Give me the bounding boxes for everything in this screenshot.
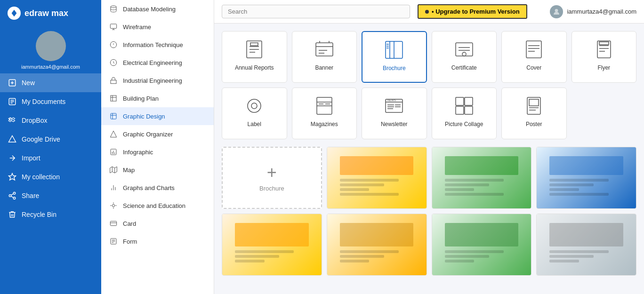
brochure-template-6[interactable] bbox=[432, 214, 532, 276]
dropbox-icon bbox=[8, 116, 17, 125]
template-card-annual-reports[interactable]: Annual Reports bbox=[222, 31, 287, 83]
brochure-template-2[interactable] bbox=[432, 147, 532, 209]
newsletter-icon: NEWS bbox=[383, 95, 405, 117]
brochure-thumbnail-4 bbox=[222, 214, 322, 275]
info-icon bbox=[109, 40, 118, 49]
database-icon bbox=[109, 4, 118, 14]
nav-item-graphic-design[interactable]: Graphic Design bbox=[101, 107, 214, 125]
electrical-icon bbox=[109, 58, 118, 67]
svg-point-14 bbox=[13, 197, 16, 199]
label-type-icon bbox=[243, 95, 266, 117]
nav-item-infographic[interactable]: Infographic bbox=[101, 143, 214, 161]
sidebar-item-my-collection[interactable]: My collection bbox=[0, 167, 101, 186]
sidebar-item-import[interactable]: Import bbox=[0, 149, 101, 167]
wireframe-icon bbox=[109, 22, 118, 32]
template-card-label: Cover bbox=[526, 64, 541, 71]
template-card-picture-collage[interactable]: Picture Collage bbox=[432, 87, 497, 139]
brochure-template-3[interactable] bbox=[536, 147, 636, 209]
sidebar-item-my-documents[interactable]: My Documents bbox=[0, 92, 101, 111]
brochure-thumbnail-1 bbox=[327, 147, 427, 208]
svg-text:NEWS: NEWS bbox=[387, 99, 396, 102]
svg-marker-10 bbox=[9, 136, 16, 143]
sidebar-item-share[interactable]: Share bbox=[0, 186, 101, 205]
nav-item-wireframe[interactable]: Wireframe bbox=[101, 18, 214, 36]
upgrade-dot-icon bbox=[425, 10, 429, 14]
nav-label: Information Technique bbox=[123, 41, 183, 48]
svg-rect-100 bbox=[529, 99, 539, 106]
template-card-brochure[interactable]: Brochure bbox=[362, 31, 427, 83]
user-email: iammurtaza4@gmail.com bbox=[21, 64, 80, 70]
template-card-banner[interactable]: Banner bbox=[292, 31, 357, 83]
nav-item-graphic-organizer[interactable]: Graphic Organizer bbox=[101, 125, 214, 143]
nav-item-science-and-education[interactable]: Science and Education bbox=[101, 197, 214, 215]
building-icon bbox=[109, 94, 118, 103]
template-type-grid: Annual Reports Banner Brochure bbox=[222, 31, 636, 139]
nav-item-building-plan[interactable]: Building Plan bbox=[101, 89, 214, 107]
svg-rect-67 bbox=[456, 43, 473, 56]
template-card-label: Poster bbox=[526, 121, 542, 127]
nav-label: Science and Education bbox=[123, 202, 185, 209]
template-card-label: Label bbox=[248, 121, 261, 127]
sidebar-item-new[interactable]: New bbox=[0, 73, 101, 92]
template-card-label: Newsletter bbox=[381, 121, 408, 127]
svg-rect-48 bbox=[110, 221, 116, 225]
sidebar-navigation: New My Documents DropBox Google Drive Im… bbox=[0, 73, 101, 294]
user-icon bbox=[42, 38, 59, 55]
app-title: edraw max bbox=[24, 8, 68, 18]
template-card-magazines[interactable]: Magazines bbox=[292, 87, 357, 139]
upgrade-button[interactable]: • Upgrade to Premium Version bbox=[418, 4, 527, 19]
sidebar-item-label: New bbox=[22, 79, 35, 87]
content-area: Annual Reports Banner Brochure bbox=[214, 24, 644, 294]
trash-icon bbox=[8, 210, 17, 219]
nav-item-graphs-and-charts[interactable]: Graphs and Charts bbox=[101, 179, 214, 197]
banner-icon bbox=[313, 38, 336, 61]
template-card-cover[interactable]: Cover bbox=[501, 31, 567, 83]
flyer-icon bbox=[593, 38, 615, 61]
sidebar-item-label: Recycle Bin bbox=[22, 211, 56, 218]
my-documents-icon bbox=[8, 97, 17, 106]
nav-item-industrial-engineering[interactable]: Industrial Engineering bbox=[101, 72, 214, 89]
template-card-newsletter[interactable]: NEWS Newsletter bbox=[362, 87, 427, 139]
template-card-flyer[interactable]: Flyer bbox=[572, 31, 637, 83]
sidebar-item-label: My Documents bbox=[22, 98, 65, 105]
svg-marker-37 bbox=[110, 167, 117, 173]
avatar bbox=[36, 31, 66, 61]
template-card-poster[interactable]: Poster bbox=[501, 87, 567, 139]
sidebar: edraw max iammurtaza4@gmail.com New My D… bbox=[0, 0, 101, 294]
brochure-templates-grid: + Brochure bbox=[222, 147, 636, 276]
import-icon bbox=[8, 153, 17, 163]
nav-item-database-modeling[interactable]: Database Modeling bbox=[101, 0, 214, 18]
template-card-certificate[interactable]: Certificate bbox=[432, 31, 497, 83]
new-brochure-card[interactable]: + Brochure bbox=[222, 147, 322, 209]
graphic-organizer-icon bbox=[109, 129, 118, 139]
sidebar-item-recycle-bin[interactable]: Recycle Bin bbox=[0, 205, 101, 224]
sidebar-item-google-drive[interactable]: Google Drive bbox=[0, 130, 101, 149]
sidebar-item-label: Google Drive bbox=[22, 135, 60, 143]
template-card-label: Annual Reports bbox=[235, 64, 274, 71]
nav-item-card[interactable]: Card bbox=[101, 215, 214, 232]
svg-rect-96 bbox=[465, 97, 473, 105]
nav-item-information-technique[interactable]: Information Technique bbox=[101, 36, 214, 54]
new-icon bbox=[8, 78, 17, 87]
template-card-label[interactable]: Label bbox=[222, 87, 287, 139]
nav-item-electrical-engineering[interactable]: Electrical Engineering bbox=[101, 54, 214, 72]
user-avatar-small bbox=[550, 5, 563, 18]
user-email-topbar: iammurtaza4@gmail.com bbox=[567, 8, 636, 15]
form-icon bbox=[109, 237, 118, 246]
template-card-label: Certificate bbox=[451, 64, 477, 71]
annual-reports-icon bbox=[243, 38, 266, 61]
search-input[interactable] bbox=[222, 5, 410, 18]
nav-label: Wireframe bbox=[123, 24, 151, 31]
svg-rect-26 bbox=[111, 95, 116, 101]
sidebar-item-dropbox[interactable]: DropBox bbox=[0, 111, 101, 130]
brochure-template-5[interactable] bbox=[327, 214, 427, 276]
brochure-template-1[interactable] bbox=[327, 147, 427, 209]
nav-item-form[interactable]: Form bbox=[101, 232, 214, 250]
brochure-thumbnail-6 bbox=[432, 214, 531, 275]
brochure-template-7[interactable] bbox=[536, 214, 636, 276]
card-icon bbox=[109, 219, 118, 228]
logo-area: edraw max bbox=[0, 0, 101, 26]
brochure-template-4[interactable] bbox=[222, 214, 322, 276]
nav-label: Building Plan bbox=[123, 95, 159, 102]
nav-item-map[interactable]: Map bbox=[101, 161, 214, 179]
